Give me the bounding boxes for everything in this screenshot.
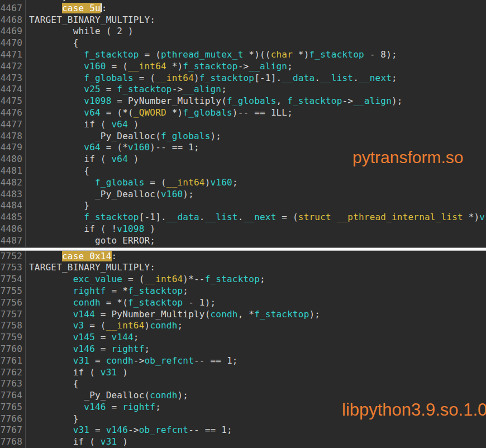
code-token: f_stacktop [84, 212, 139, 222]
code-text: if ( !v1098 ) [26, 223, 155, 235]
code-token: . [353, 73, 359, 83]
code-text: _Py_Dealloc(condh); [26, 390, 188, 402]
code-text: v1098 = PyNumber_Multiply(f_globals, f_s… [26, 96, 403, 107]
code-token: f_globals [227, 96, 277, 106]
code-token: ); [183, 189, 194, 199]
code-line[interactable]: 4479 v64 = (*v160)-- == 1; [0, 142, 486, 154]
decompiler-panel-top: }4467 case 5u:4468TARGET_BINARY_MULTIPLY… [0, 0, 486, 247]
code-token: = ( [134, 73, 155, 83]
code-text: v31 = condh->ob_refcnt-- == 1; [26, 355, 238, 367]
code-line[interactable]: 4474 v25 = f_stacktop->__align; [0, 84, 486, 96]
code-line[interactable]: 7762 if ( v31 ) [0, 367, 486, 379]
code-token: if ( [29, 367, 101, 378]
code-line[interactable]: 4478 _Py_Dealloc(f_globals); [0, 131, 486, 142]
code-token: exc_value [73, 274, 123, 284]
code-line[interactable]: 4471 f_stacktop = (pthread_mutex_t *)((c… [0, 49, 486, 61]
code-token [29, 355, 73, 366]
code-line[interactable]: 7756 condh = *(f_stacktop - 1); [0, 297, 486, 309]
code-token: , * [238, 309, 255, 320]
line-number: 7758 [0, 320, 26, 332]
code-line[interactable]: 4477 if ( v64 ) [0, 119, 486, 131]
code-text: v146 = rightf; [26, 402, 161, 413]
code-text: if ( v64 ) [26, 119, 139, 131]
code-text: if ( v64 ) [26, 154, 139, 165]
line-number: 4478 [0, 131, 26, 142]
code-line[interactable]: 4470 { [0, 37, 486, 49]
code-token: = [95, 344, 112, 354]
code-token: = [95, 332, 112, 342]
code-line[interactable]: 7764 _Py_Dealloc(condh); [0, 390, 486, 402]
code-token: ) [128, 119, 139, 130]
code-line[interactable]: 7759 v145 = v144; [0, 332, 486, 344]
line-number: 7767 [0, 425, 26, 436]
code-token: __next [359, 73, 392, 83]
code-token [29, 320, 73, 331]
code-text: v64 = (*v160)-- == 1; [26, 142, 199, 154]
code-line[interactable]: 7758 v3 = (__int64)condh; [0, 320, 486, 332]
code-token: v144 [112, 332, 134, 342]
code-token: v31 [101, 367, 117, 378]
code-token: v144 [73, 309, 95, 320]
code-line[interactable]: 4468TARGET_BINARY_MULTIPLY: [0, 15, 486, 26]
code-line[interactable]: 7763 { [0, 378, 486, 390]
line-number: 7752 [0, 251, 26, 263]
code-line[interactable]: 4481 { [0, 165, 486, 177]
code-line[interactable]: 4485 f_stacktop[-1].__data.__list.__next… [0, 212, 486, 223]
code-line[interactable]: 7760 v146 = rightf; [0, 344, 486, 355]
code-line[interactable]: 4469 while ( 2 ) [0, 26, 486, 37]
code-token [29, 3, 62, 13]
code-line[interactable]: 4480 if ( v64 ) [0, 154, 486, 165]
code-line[interactable]: 4473 f_globals = (__int64)f_stacktop[-1]… [0, 73, 486, 84]
code-token: ; [155, 402, 161, 412]
code-token: __list [205, 212, 238, 222]
code-line[interactable]: 7766 } [0, 413, 486, 425]
code-token: = ( [106, 61, 128, 72]
code-token [29, 309, 73, 320]
code-token: = ( [122, 274, 144, 284]
code-token: f_stacktop [84, 49, 139, 60]
decompiler-view: }4467 case 5u:4468TARGET_BINARY_MULTIPLY… [0, 0, 486, 448]
code-line[interactable]: 4484 } [0, 200, 486, 212]
code-token: ); [309, 309, 321, 320]
code-token: f_stacktop [128, 285, 183, 296]
code-token: [-1]. [139, 212, 166, 222]
code-token: ; [221, 84, 227, 94]
code-token: = PyNumber_Multiply( [112, 96, 227, 106]
code-text: v31 = v146->ob_refcnt-- == 1; [26, 425, 232, 436]
code-token: ) [145, 320, 150, 331]
code-line[interactable]: 7752 case 0x14: [0, 251, 486, 263]
code-token: _Py_Dealloc( [29, 390, 150, 401]
code-line[interactable]: 7768 if ( v31 ) [0, 436, 486, 448]
code-line[interactable]: 4472 v160 = (__int64 *)f_stacktop->__ali… [0, 61, 486, 73]
code-line[interactable]: 4467 case 5u: [0, 3, 486, 15]
code-line[interactable]: 4486 if ( !v1098 ) [0, 223, 486, 235]
code-line[interactable]: 7753TARGET_BINARY_MULTIPLY: [0, 262, 486, 274]
code-token [29, 177, 95, 188]
code-token: ; [232, 177, 238, 188]
code-line[interactable]: 4487 goto ERROR; [0, 235, 486, 247]
code-token [29, 84, 84, 94]
code-token: } [29, 200, 89, 211]
code-line[interactable]: 7755 rightf = *f_stacktop; [0, 285, 486, 297]
code-token: f_globals [161, 131, 211, 141]
line-number: 4485 [0, 212, 26, 223]
code-line[interactable]: 7767 v31 = v146->ob_refcnt-- == 1; [0, 425, 486, 436]
code-line[interactable]: 7765 v146 = rightf; [0, 402, 486, 413]
code-line[interactable]: 7757 v144 = PyNumber_Multiply(condh, *f_… [0, 309, 486, 321]
code-line[interactable]: 7761 v31 = condh->ob_refcnt-- == 1; [0, 355, 486, 367]
code-token: _Py_Dealloc( [29, 131, 161, 141]
code-line[interactable]: 4476 v64 = (*(_QWORD *)f_globals)-- == 1… [0, 107, 486, 119]
code-token: ; [134, 332, 139, 342]
line-number: 7757 [0, 309, 26, 321]
code-token: -- == 1; [194, 355, 238, 366]
code-token: ); [392, 96, 403, 106]
code-token: v160 [84, 61, 106, 72]
code-line[interactable]: 4482 f_globals = (__int64)v160; [0, 177, 486, 189]
code-line[interactable]: 4475 v1098 = PyNumber_Multiply(f_globals… [0, 96, 486, 107]
code-token: char [271, 49, 293, 60]
line-number: 7763 [0, 378, 26, 390]
code-token: __int64 [145, 274, 183, 284]
code-line[interactable]: 7754 exc_value = (__int64)*--f_stacktop; [0, 274, 486, 285]
line-number: 4479 [0, 142, 26, 154]
code-line[interactable]: 4483 _Py_Dealloc(v160); [0, 189, 486, 201]
